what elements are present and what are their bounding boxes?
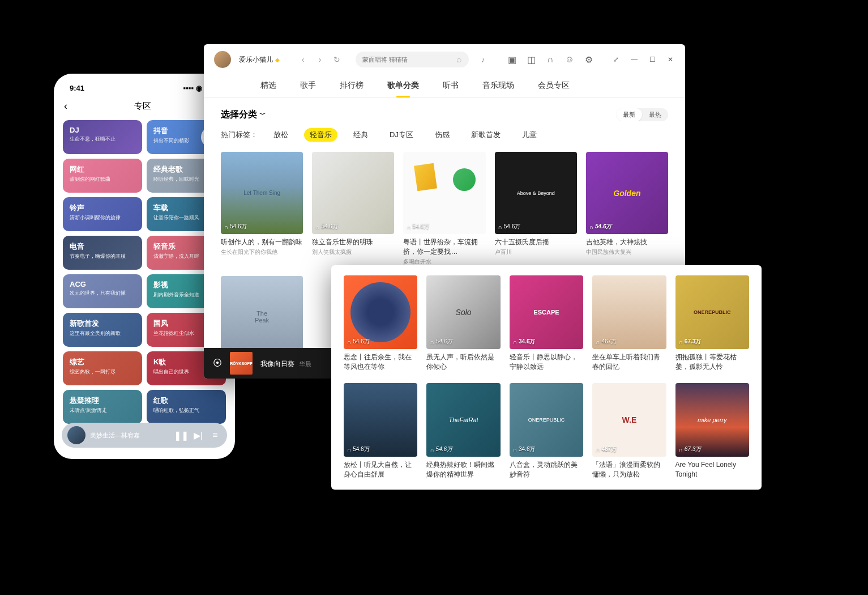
phone-category-grid: DJ生命不息，狂嗨不止 抖音抖出不同的精彩♪ 网红甜到你的网红歌曲 经典老歌聆听… bbox=[61, 120, 228, 426]
search-icon[interactable]: ⌕ bbox=[456, 54, 462, 65]
playlist-author: 中国民族伟大复兴 bbox=[586, 248, 668, 256]
playlist-item[interactable]: Above & Beyond∩54.6万 六十五摄氏度后摇 卢百川 bbox=[495, 152, 577, 266]
tab-vip[interactable]: 会员专区 bbox=[538, 75, 570, 97]
playlist-item[interactable]: mike perry∩67.3万 Are You Feel Lonely Ton… bbox=[675, 383, 749, 479]
playlist-cover: mike perry∩67.3万 bbox=[675, 383, 749, 457]
pause-icon[interactable]: ❚❚ bbox=[175, 429, 187, 441]
user-avatar[interactable] bbox=[214, 51, 231, 68]
player-artist: 华晨 bbox=[299, 360, 311, 367]
playlist-item[interactable]: ∩54.6万 粤语丨世界纷杂，车流拥挤，你一定要找… 多喝白开水 bbox=[403, 152, 485, 266]
playlist-item[interactable]: W.E∩467万 「法语」浪漫而柔软的慵懒，只为放松 bbox=[592, 383, 666, 479]
mini-icon[interactable]: ⤢ bbox=[612, 55, 621, 64]
playlist-item[interactable]: Solo∩54.6万 虽无人声，听后依然是你倾心 bbox=[426, 275, 500, 372]
tag-relax[interactable]: 放松 bbox=[268, 128, 294, 142]
play-count: ∩54.6万 bbox=[430, 445, 452, 453]
category-tile[interactable]: ACG次元的世界，只有我们懂 bbox=[63, 274, 142, 308]
tab-audiobooks[interactable]: 听书 bbox=[443, 75, 459, 97]
minimize-icon[interactable]: — bbox=[630, 55, 639, 64]
search-box[interactable]: ⌕ bbox=[356, 52, 469, 67]
category-tile[interactable]: DJ生命不息，狂嗨不止 bbox=[63, 120, 142, 154]
playlist-item[interactable]: The Peak∩54.6万 bbox=[221, 276, 303, 358]
sort-latest[interactable]: 最新 bbox=[616, 108, 642, 121]
playlist-cover: ∩54.6万 bbox=[312, 152, 394, 234]
play-count: ∩54.6万 bbox=[430, 338, 452, 346]
playlist-cover: Let Them Sing∩54.6万 bbox=[221, 152, 303, 234]
tab-artists[interactable]: 歌手 bbox=[300, 75, 316, 97]
category-tile[interactable]: 综艺综艺热歌，一网打尽 bbox=[63, 351, 142, 385]
tab-playlists[interactable]: 歌单分类 bbox=[387, 75, 419, 97]
playlist-cover: ∩54.6万 bbox=[403, 152, 485, 234]
playlist-item[interactable]: ∩54.6万 放松丨听见大自然，让身心自由舒展 bbox=[344, 383, 417, 479]
search-input[interactable] bbox=[362, 56, 453, 63]
playlist-cover: Above & Beyond∩54.6万 bbox=[495, 152, 577, 234]
player-cover[interactable]: RÖYKSOPP bbox=[230, 352, 253, 375]
tag-kids[interactable]: 儿童 bbox=[516, 128, 542, 142]
playlist-cover: TheFatRat∩54.6万 bbox=[426, 383, 500, 457]
tag-light-music[interactable]: 轻音乐 bbox=[304, 128, 337, 142]
nav-back-icon[interactable]: ‹ bbox=[297, 53, 309, 66]
playlist-cover: ∩54.6万 bbox=[344, 383, 417, 457]
close-icon[interactable]: ✕ bbox=[666, 55, 675, 64]
play-count: ∩67.3万 bbox=[679, 338, 702, 346]
playlist-item[interactable]: TheFatRat∩54.6万 经典热辣好歌！瞬间燃爆你的精神世界 bbox=[426, 383, 500, 479]
phone-player-bar[interactable]: 美妙生活—林宥嘉 ❚❚ ▶| ≡ bbox=[62, 423, 227, 448]
tag-classic[interactable]: 经典 bbox=[348, 128, 374, 142]
tag-sad[interactable]: 伤感 bbox=[429, 128, 455, 142]
music-recognition-icon[interactable]: ♪ bbox=[477, 53, 489, 66]
headphone-icon: ∩ bbox=[679, 447, 683, 453]
secondary-playlist-panel: ∩54.6万 思念丨往后余生，我在等风也在等你 Solo∩54.6万 虽无人声，… bbox=[331, 265, 762, 490]
headphone-icon: ∩ bbox=[596, 339, 600, 345]
playlist-item[interactable]: ONEREPUBLIC∩34.6万 八音盒，灵动跳跃的美妙音符 bbox=[510, 383, 583, 479]
playlist-title: 拥抱孤独丨等爱花枯萎，孤影无人怜 bbox=[675, 352, 749, 372]
player-toggle-icon[interactable]: ⦿ bbox=[213, 358, 222, 368]
tab-charts[interactable]: 排行榜 bbox=[340, 75, 364, 97]
player-song-info[interactable]: 我像向日葵 华晨 bbox=[260, 358, 311, 369]
play-count: ∩54.6万 bbox=[347, 338, 370, 346]
play-count: ∩67.3万 bbox=[679, 445, 702, 453]
headphone-icon: ∩ bbox=[224, 224, 228, 230]
refresh-icon[interactable]: ↻ bbox=[331, 53, 343, 66]
playlist-item[interactable]: ∩54.6万 独立音乐世界的明珠 别人笑我太疯癫 bbox=[312, 152, 394, 266]
playlist-item[interactable]: Let Them Sing∩54.6万 听创作人的，别有一翻韵味 生长在阳光下的… bbox=[221, 152, 303, 266]
next-icon[interactable]: ▶| bbox=[192, 429, 204, 441]
maximize-icon[interactable]: ☐ bbox=[648, 55, 657, 64]
play-count: ∩54.6万 bbox=[407, 223, 429, 231]
play-count: ∩54.6万 bbox=[315, 223, 338, 231]
headphone-icon: ∩ bbox=[430, 339, 434, 345]
tab-live[interactable]: 音乐现场 bbox=[482, 75, 514, 97]
category-tile[interactable]: 悬疑推理未听点'刺激'再走 bbox=[63, 390, 142, 424]
playlist-item[interactable]: ESCAPE∩34.6万 轻音乐丨静思以静心，宁静以致远 bbox=[510, 275, 583, 372]
theme-icon[interactable]: ▣ bbox=[506, 54, 518, 65]
settings-icon[interactable]: ⚙ bbox=[583, 54, 595, 65]
signal-icon: ▪▪▪▪ bbox=[183, 84, 194, 92]
category-tile[interactable]: 铃声清新小调叫醒你的旋律 bbox=[63, 197, 142, 231]
sort-hottest[interactable]: 最热 bbox=[642, 108, 668, 121]
skin-icon[interactable]: ◫ bbox=[525, 54, 537, 65]
category-tile[interactable]: 网红甜到你的网红歌曲 bbox=[63, 159, 142, 193]
window-controls: ⤢ — ☐ ✕ bbox=[612, 55, 675, 64]
message-icon[interactable]: ☺ bbox=[564, 54, 575, 65]
tag-dj[interactable]: DJ专区 bbox=[384, 128, 419, 142]
back-icon[interactable]: ‹ bbox=[64, 100, 67, 112]
category-tile[interactable]: 新歌首发这里有最全类别的新歌 bbox=[63, 313, 142, 347]
playlist-title: 听创作人的，别有一翻韵味 bbox=[221, 237, 303, 247]
headphone-icon: ∩ bbox=[498, 224, 502, 230]
section-title[interactable]: 选择分类 ﹀ bbox=[221, 109, 266, 121]
tab-featured[interactable]: 精选 bbox=[260, 75, 276, 97]
headphone-icon[interactable]: ∩ bbox=[545, 54, 556, 65]
headphone-icon: ∩ bbox=[679, 339, 683, 345]
headphone-icon: ∩ bbox=[513, 339, 517, 345]
player-song-title: 美妙生活—林宥嘉 bbox=[90, 431, 170, 440]
playlist-icon[interactable]: ≡ bbox=[209, 429, 221, 441]
category-tile[interactable]: 电音节奏电子，嗨爆你的耳膜 bbox=[63, 236, 142, 270]
playlist-item[interactable]: ∩467万 坐在单车上听着我们青春的回忆 bbox=[592, 275, 666, 372]
vip-diamond-icon: ◆ bbox=[275, 57, 280, 63]
user-name[interactable]: 爱乐小猫儿◆ bbox=[239, 55, 280, 65]
playlist-item[interactable]: ONEREPUBLIC∩67.3万 拥抱孤独丨等爱花枯萎，孤影无人怜 bbox=[675, 275, 749, 372]
tag-new[interactable]: 新歌首发 bbox=[465, 128, 506, 142]
category-tile[interactable]: 红歌唱响红歌，弘扬正气 bbox=[147, 390, 226, 424]
playlist-item[interactable]: ∩54.6万 思念丨往后余生，我在等风也在等你 bbox=[344, 275, 417, 372]
nav-forward-icon[interactable]: › bbox=[314, 53, 326, 66]
playlist-item[interactable]: Golden∩54.6万 吉他英雄，大神炫技 中国民族伟大复兴 bbox=[586, 152, 668, 266]
headphone-icon: ∩ bbox=[596, 447, 600, 453]
